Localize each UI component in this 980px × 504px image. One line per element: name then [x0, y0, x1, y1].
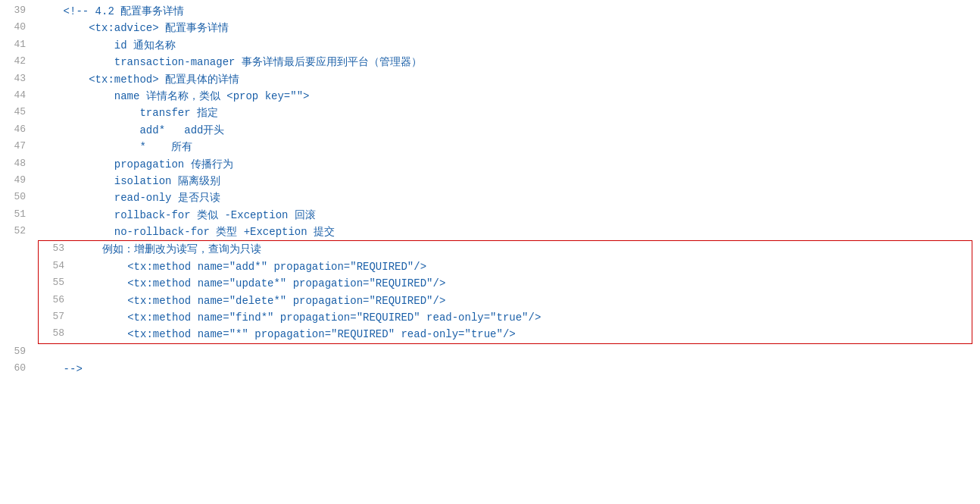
line-number: 41	[0, 37, 38, 53]
line-content: no-rollback-for 类型 +Exception 提交	[38, 224, 980, 240]
line-number: 53	[39, 241, 76, 257]
code-container: 39 <!-- 4.2 配置事务详情40 <tx:advice> 配置事务详情4…	[0, 0, 980, 504]
line-number: 59	[0, 344, 38, 360]
line-content: <tx:method name="add*" propagation="REQU…	[76, 258, 972, 275]
normal-lines-top: 39 <!-- 4.2 配置事务详情40 <tx:advice> 配置事务详情4…	[0, 3, 980, 240]
line-content: name 详情名称，类似 <prop key="">	[38, 88, 980, 105]
line-content: <!-- 4.2 配置事务详情	[38, 3, 980, 20]
line-content: propagation 传播行为	[38, 156, 980, 173]
boxed-section: 53 例如：增删改为读写，查询为只读54 <tx:method name="ad…	[38, 240, 972, 343]
line-number: 39	[0, 3, 38, 19]
line-number: 58	[39, 326, 76, 342]
code-line: 60 -->	[0, 361, 980, 377]
boxed-code-line: 57 <tx:method name="find*" propagation="…	[39, 309, 972, 326]
line-content: -->	[38, 361, 980, 377]
code-line: 49 isolation 隔离级别	[0, 173, 980, 189]
line-number: 60	[0, 361, 38, 377]
line-number: 48	[0, 156, 38, 172]
line-number: 56	[39, 293, 76, 308]
code-line: 41 id 通知名称	[0, 37, 980, 54]
code-line: 43 <tx:method> 配置具体的详情	[0, 71, 980, 88]
code-line: 59	[0, 344, 980, 361]
line-content: add* add开头	[38, 122, 980, 139]
code-line: 48 propagation 传播行为	[0, 156, 980, 173]
code-line: 46 add* add开头	[0, 122, 980, 139]
boxed-code-line: 55 <tx:method name="update*" propagation…	[39, 275, 972, 292]
line-content: id 通知名称	[38, 37, 980, 54]
line-content: read-only 是否只读	[38, 189, 980, 206]
line-content: 例如：增删改为读写，查询为只读	[76, 241, 972, 258]
line-number: 51	[0, 207, 38, 223]
line-content: <tx:method> 配置具体的详情	[38, 71, 980, 88]
line-number: 42	[0, 54, 38, 70]
line-content: transaction-manager 事务详情最后要应用到平台（管理器）	[38, 54, 980, 70]
line-number: 44	[0, 88, 38, 104]
line-number: 46	[0, 122, 38, 138]
boxed-code-line: 56 <tx:method name="delete*" propagation…	[39, 293, 972, 309]
code-line: 50 read-only 是否只读	[0, 189, 980, 206]
line-content: isolation 隔离级别	[38, 173, 980, 189]
boxed-code-line: 58 <tx:method name="*" propagation="REQU…	[39, 326, 972, 343]
line-content: <tx:method name="update*" propagation="R…	[76, 275, 972, 292]
line-content: <tx:advice> 配置事务详情	[38, 20, 980, 36]
code-line: 39 <!-- 4.2 配置事务详情	[0, 3, 980, 20]
code-line: 51 rollback-for 类似 -Exception 回滚	[0, 207, 980, 224]
line-number: 43	[0, 71, 38, 87]
line-content: transfer 指定	[38, 105, 980, 121]
line-content: <tx:method name="delete*" propagation="R…	[76, 293, 972, 309]
boxed-code-line: 54 <tx:method name="add*" propagation="R…	[39, 258, 972, 275]
line-number: 57	[39, 309, 76, 325]
line-number: 40	[0, 20, 38, 36]
code-line: 52 no-rollback-for 类型 +Exception 提交	[0, 224, 980, 240]
code-line: 47 * 所有	[0, 139, 980, 155]
line-number: 45	[0, 105, 38, 121]
code-line: 42 transaction-manager 事务详情最后要应用到平台（管理器）	[0, 54, 980, 70]
line-content: <tx:method name="*" propagation="REQUIRE…	[76, 326, 972, 343]
line-number: 49	[0, 173, 38, 189]
line-number: 55	[39, 275, 76, 291]
code-line: 45 transfer 指定	[0, 105, 980, 121]
code-line: 40 <tx:advice> 配置事务详情	[0, 20, 980, 36]
code-line: 44 name 详情名称，类似 <prop key="">	[0, 88, 980, 105]
boxed-code-line: 53 例如：增删改为读写，查询为只读	[39, 241, 972, 258]
line-number: 47	[0, 139, 38, 155]
line-number: 52	[0, 224, 38, 239]
normal-lines-bottom: 5960 -->	[0, 344, 980, 377]
line-number: 50	[0, 189, 38, 205]
line-content: rollback-for 类似 -Exception 回滚	[38, 207, 980, 224]
line-number: 54	[39, 258, 76, 274]
line-content: <tx:method name="find*" propagation="REQ…	[76, 309, 972, 326]
line-content: * 所有	[38, 139, 980, 155]
